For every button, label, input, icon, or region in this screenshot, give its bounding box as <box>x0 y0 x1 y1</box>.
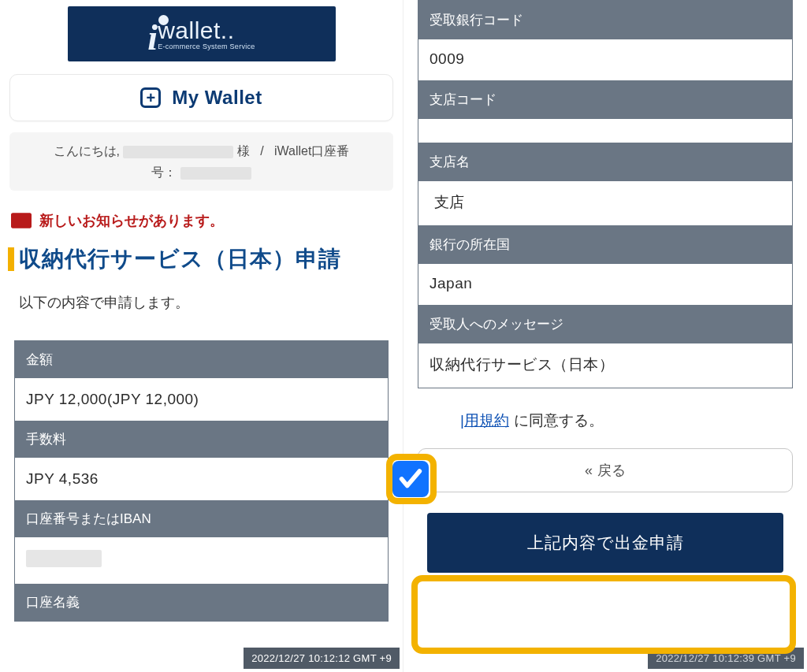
amount-value: JPY 12,000(JPY 12,000) <box>15 378 388 421</box>
right-panel: 受取銀行コード 0009 支店コード 支店名 支店 銀行の所在国 Japan 受… <box>404 0 807 672</box>
back-label: 戻る <box>597 461 626 480</box>
greeting-acct-label2: 号： <box>151 165 177 179</box>
timestamp-left: 2022/12/27 10:12:12 GMT +9 <box>244 648 400 669</box>
timestamp-right: 2022/12/27 10:12:39 GMT +9 <box>648 648 804 669</box>
logo-wordmark: wallet.. <box>158 17 234 44</box>
envelope-icon <box>11 213 32 228</box>
bank-details-table: 受取銀行コード 0009 支店コード 支店名 支店 銀行の所在国 Japan 受… <box>418 0 793 388</box>
greeting-box: こんにちは, 様 / iWallet口座番 号： <box>9 132 393 191</box>
notice-row[interactable]: 新しいお知らせがあります。 <box>11 211 392 230</box>
chevron-left-icon: « <box>585 462 593 479</box>
left-panel: i wallet.. E-commerce System Service + M… <box>0 0 404 672</box>
confirm-subnote: 以下の内容で申請します。 <box>19 293 384 312</box>
request-summary-table: 金額 JPY 12,000(JPY 12,000) 手数料 JPY 4,536 … <box>14 340 389 622</box>
submit-label: 上記内容で出金申請 <box>527 532 684 554</box>
notice-text: 新しいお知らせがあります。 <box>39 211 224 230</box>
fee-label: 手数料 <box>15 421 388 458</box>
greeting-sama: 様 <box>237 144 250 158</box>
masked-username <box>123 146 233 158</box>
my-wallet-button[interactable]: + My Wallet <box>9 74 393 121</box>
message-value: 収納代行サービス（日本） <box>418 343 792 388</box>
logo-bar: i wallet.. E-commerce System Service <box>0 0 403 68</box>
back-button[interactable]: « 戻る <box>418 448 793 492</box>
consent-row: |用規約に同意する。 <box>460 410 793 431</box>
plus-icon: + <box>140 87 161 108</box>
my-wallet-label: My Wallet <box>172 87 262 109</box>
logo-subtitle: E-commerce System Service <box>158 43 255 50</box>
greeting-slash: / <box>260 144 263 158</box>
fee-value: JPY 4,536 <box>15 458 388 500</box>
title-accent-bar <box>8 247 14 271</box>
amount-label: 金額 <box>15 341 388 378</box>
page-title-text: 収納代行サービス（日本）申請 <box>19 244 341 274</box>
greeting-acct-label: iWallet口座番 <box>274 144 349 158</box>
country-label: 銀行の所在国 <box>418 225 792 263</box>
masked-account-number <box>180 167 251 180</box>
brand-logo: i wallet.. E-commerce System Service <box>68 6 336 61</box>
message-label: 受取人へのメッセージ <box>418 305 792 343</box>
logo-i-glyph: i <box>147 20 158 56</box>
page-title: 収納代行サービス（日本）申請 <box>8 244 395 274</box>
branchcode-label: 支店コード <box>418 80 792 118</box>
bankcode-label: 受取銀行コード <box>418 1 792 39</box>
consent-checkbox[interactable] <box>392 461 429 497</box>
branchname-value: 支店 <box>418 180 792 225</box>
branchname-label: 支店名 <box>418 143 792 180</box>
masked-iban <box>26 550 102 567</box>
bankcode-value: 0009 <box>418 39 792 80</box>
country-value: Japan <box>418 263 792 305</box>
consent-suffix: に同意する。 <box>514 410 604 431</box>
terms-link[interactable]: |用規約 <box>460 410 509 431</box>
iban-value <box>15 537 388 584</box>
greeting-hello: こんにちは, <box>54 144 120 158</box>
branchcode-value <box>418 118 792 143</box>
iban-label: 口座番号またはIBAN <box>15 500 388 537</box>
holder-label: 口座名義 <box>15 584 388 621</box>
branchname-suffix: 支店 <box>434 194 465 210</box>
submit-withdrawal-button[interactable]: 上記内容で出金申請 <box>427 513 783 573</box>
